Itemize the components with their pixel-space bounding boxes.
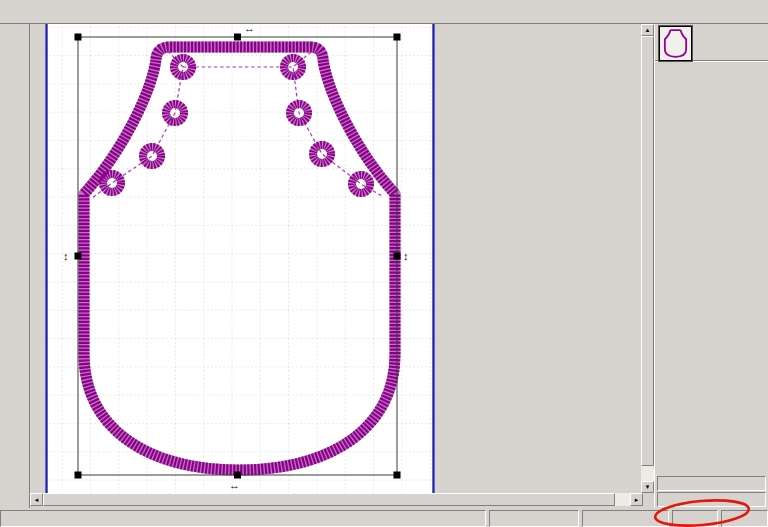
top-toolbar — [0, 0, 768, 24]
vscroll-thumb[interactable] — [641, 36, 654, 466]
object-list-strip — [655, 24, 768, 61]
status-hint — [0, 510, 486, 527]
status-bar — [0, 508, 768, 527]
object-panel — [654, 24, 768, 508]
mouse-position-info — [657, 492, 766, 507]
status-position — [582, 510, 669, 527]
svg-text:↔: ↔ — [229, 479, 240, 491]
vertical-scrollbar[interactable]: ▴ ▾ — [641, 24, 654, 493]
scroll-right-button[interactable]: ▸ — [630, 493, 643, 506]
horizontal-scrollbar[interactable]: ◂ ▸ — [30, 493, 643, 506]
svg-text:↕: ↕ — [63, 250, 69, 262]
object-count-info — [657, 476, 766, 491]
hscroll-thumb[interactable] — [43, 493, 615, 506]
svg-text:↕: ↕ — [403, 250, 409, 262]
status-color-count — [721, 510, 768, 527]
scrollbar-corner — [643, 493, 654, 506]
object-thumbnail[interactable] — [659, 26, 692, 61]
canvas-drawing: ↔ ↕ ↕ ↔ — [30, 24, 641, 493]
svg-text:↔: ↔ — [244, 24, 255, 34]
object-thumbnail-drawing — [660, 27, 691, 60]
status-size — [489, 510, 579, 527]
design-canvas[interactable]: ↔ ↕ ↕ ↔ — [30, 24, 641, 493]
status-stitch-count — [672, 510, 718, 527]
embroidery-editor-window: ↔ ↕ ↕ ↔ ▴ ▾ ◂ ▸ — [0, 0, 768, 527]
scroll-down-button[interactable]: ▾ — [641, 481, 654, 493]
scroll-left-button[interactable]: ◂ — [30, 493, 43, 506]
left-toolbar — [0, 24, 30, 508]
scroll-up-button[interactable]: ▴ — [641, 24, 654, 36]
